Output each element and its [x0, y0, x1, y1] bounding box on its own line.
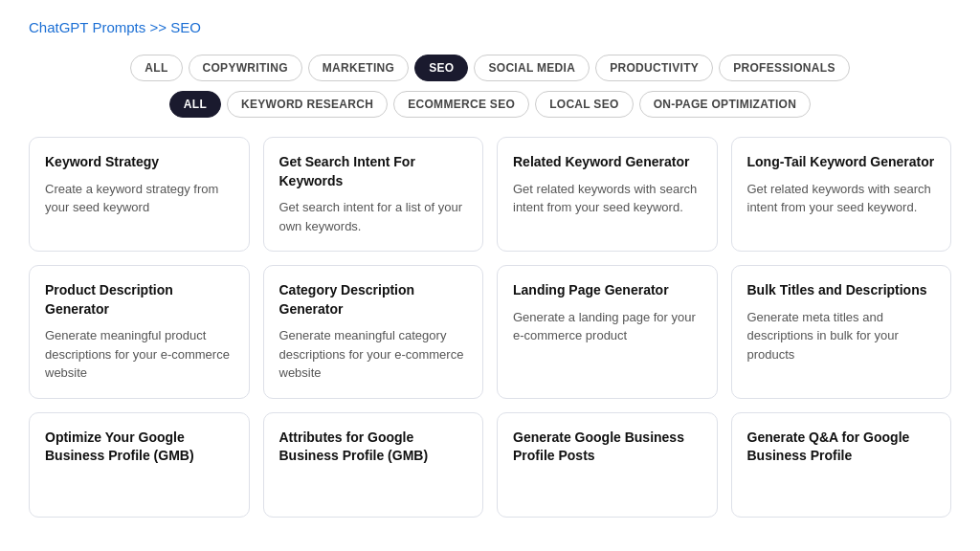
card-11[interactable]: Generate Q&A for Google Business Profile — [731, 412, 952, 518]
sub-filter-local-seo[interactable]: LOCAL SEO — [535, 91, 634, 118]
card-title-0: Keyword Strategy — [45, 153, 234, 172]
card-desc-7: Generate meta titles and descriptions in… — [747, 308, 936, 364]
sub-filter-ecommerce-seo[interactable]: ECOMMERCE SEO — [393, 91, 529, 118]
card-title-8: Optimize Your Google Business Profile (G… — [45, 429, 234, 466]
breadcrumb-separator: >> — [145, 19, 170, 35]
main-filter-copywriting[interactable]: COPYWRITING — [189, 55, 302, 81]
card-desc-4: Generate meaningful product descriptions… — [45, 326, 234, 383]
card-title-11: Generate Q&A for Google Business Profile — [747, 429, 936, 466]
main-filter-professionals[interactable]: PROFESSIONALS — [719, 55, 850, 81]
main-filter-all[interactable]: ALL — [130, 55, 182, 81]
card-6[interactable]: Landing Page GeneratorGenerate a landing… — [497, 265, 718, 399]
main-filter-social-media[interactable]: SOCIAL MEDIA — [474, 55, 590, 81]
card-title-1: Get Search Intent For Keywords — [279, 153, 468, 190]
main-filter-row: ALLCOPYWRITINGMARKETINGSEOSOCIAL MEDIAPR… — [29, 55, 951, 81]
card-title-7: Bulk Titles and Descriptions — [747, 281, 936, 300]
card-9[interactable]: Attributes for Google Business Profile (… — [263, 412, 484, 518]
card-title-3: Long-Tail Keyword Generator — [747, 153, 936, 172]
card-7[interactable]: Bulk Titles and DescriptionsGenerate met… — [731, 265, 952, 399]
card-5[interactable]: Category Description GeneratorGenerate m… — [263, 265, 484, 399]
sub-filter-keyword-research[interactable]: KEYWORD RESEARCH — [227, 91, 388, 118]
card-desc-6: Generate a landing page for your e-comme… — [513, 308, 702, 345]
card-desc-1: Get search intent for a list of your own… — [279, 198, 468, 235]
sub-filter-on-page-optimization[interactable]: ON-PAGE OPTIMIZATION — [639, 91, 812, 118]
card-2[interactable]: Related Keyword GeneratorGet related key… — [497, 137, 718, 252]
sub-filter-all[interactable]: ALL — [169, 91, 221, 118]
card-desc-2: Get related keywords with search intent … — [513, 180, 702, 217]
card-3[interactable]: Long-Tail Keyword GeneratorGet related k… — [731, 137, 952, 252]
main-filter-marketing[interactable]: MARKETING — [308, 55, 409, 81]
card-title-9: Attributes for Google Business Profile (… — [279, 429, 468, 466]
breadcrumb-part2[interactable]: SEO — [170, 19, 201, 35]
cards-grid: Keyword StrategyCreate a keyword strateg… — [29, 137, 951, 518]
card-title-6: Landing Page Generator — [513, 281, 702, 300]
sub-filter-row: ALLKEYWORD RESEARCHECOMMERCE SEOLOCAL SE… — [29, 91, 951, 118]
card-8[interactable]: Optimize Your Google Business Profile (G… — [29, 412, 250, 518]
card-title-5: Category Description Generator — [279, 281, 468, 319]
card-0[interactable]: Keyword StrategyCreate a keyword strateg… — [29, 137, 250, 252]
card-desc-0: Create a keyword strategy from your seed… — [45, 180, 234, 217]
card-10[interactable]: Generate Google Business Profile Posts — [497, 412, 718, 518]
card-desc-5: Generate meaningful category description… — [279, 326, 468, 383]
main-filter-productivity[interactable]: PRODUCTIVITY — [595, 55, 713, 81]
main-filter-seo[interactable]: SEO — [414, 55, 468, 81]
card-title-4: Product Description Generator — [45, 281, 234, 319]
breadcrumb-part1[interactable]: ChatGPT Prompts — [29, 19, 145, 35]
card-4[interactable]: Product Description GeneratorGenerate me… — [29, 265, 250, 399]
breadcrumb: ChatGPT Prompts >> SEO — [29, 19, 951, 35]
card-desc-3: Get related keywords with search intent … — [747, 180, 936, 217]
card-title-2: Related Keyword Generator — [513, 153, 702, 172]
card-title-10: Generate Google Business Profile Posts — [513, 429, 702, 466]
card-1[interactable]: Get Search Intent For KeywordsGet search… — [263, 137, 484, 252]
